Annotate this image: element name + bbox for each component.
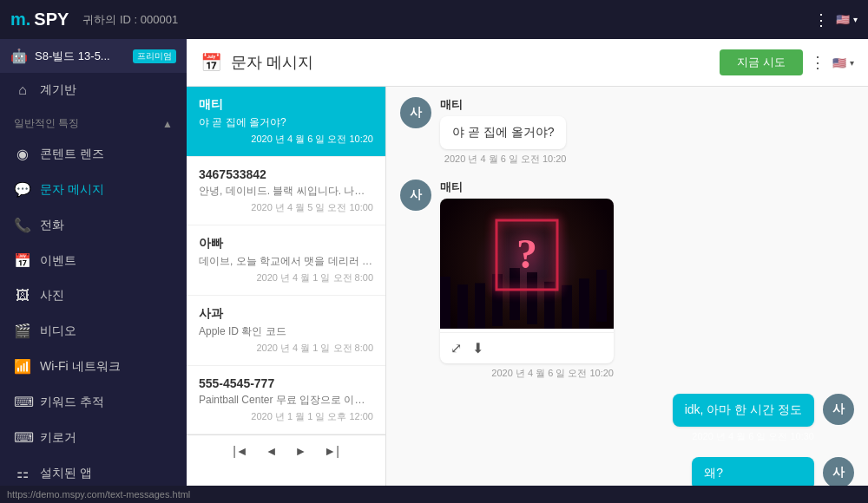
- message-bubble: 왜? 2020 년 4 월 6 일 오전 10:31: [692, 457, 814, 486]
- conv-preview: 야 곧 집에 올거야?: [199, 115, 373, 130]
- home-icon: ⌂: [14, 82, 31, 98]
- photo-icon: 🖼: [14, 288, 31, 304]
- message-bubble: 매티 야 곧 집에 올거야? 2020 년 4 월 6 일 오전 10:20: [440, 97, 566, 166]
- last-page-button[interactable]: ►|: [319, 442, 345, 460]
- sidebar-item-phone[interactable]: 📞 전화: [0, 207, 187, 243]
- prev-page-button[interactable]: ◄: [260, 442, 283, 460]
- conversation-pagination: |◄ ◄ ► ►|: [187, 434, 385, 467]
- sidebar-item-wifi[interactable]: 📶 Wi-Fi 네트워크: [0, 349, 187, 384]
- android-icon: 🤖: [10, 48, 28, 64]
- message-content: idk, 아마 한 시간 정도: [673, 394, 814, 427]
- status-bar: https://demo.mspy.com/text-messages.html: [0, 486, 868, 503]
- sidebar-item-label: 설치된 앱: [40, 466, 92, 481]
- more-options-icon[interactable]: ⋮: [810, 53, 825, 72]
- wifi-icon: 📶: [14, 358, 31, 375]
- device-name: S8-빌드 13-5...: [35, 49, 110, 64]
- message-row: 사 왜? 2020 년 4 월 6 일 오전 10:31: [400, 457, 854, 486]
- conversation-item[interactable]: 555-4545-777 Paintball Center 무료 입장으로 이번…: [187, 366, 385, 434]
- message-time: 2020 년 4 월 6 일 오전 10:20: [440, 367, 614, 380]
- sidebar-item-label: 콘텐트 렌즈: [40, 147, 104, 162]
- message-text: idk, 아마 한 시간 정도: [685, 402, 802, 418]
- sidebar-item-apps[interactable]: ⚏ 설치된 앱: [0, 455, 187, 486]
- conversation-item[interactable]: 매티 야 곧 집에 올거야? 2020 년 4 월 6 일 오전 10:20: [187, 87, 385, 157]
- conv-time: 2020 년 4 월 5 일 오전 10:00: [199, 201, 373, 214]
- collapse-icon[interactable]: ▲: [162, 118, 173, 130]
- message-bubble: 매티 ⤢ ⬇: [440, 180, 614, 380]
- conv-time: 2020 년 4 월 1 일 오전 8:00: [199, 271, 373, 284]
- expand-icon: ⤢: [450, 341, 462, 356]
- sidebar-item-label: 이벤트: [40, 253, 76, 269]
- sidebar-item-keylogger[interactable]: ⌨ 키로거: [0, 420, 187, 455]
- apps-icon: ⚏: [14, 465, 31, 481]
- try-now-button[interactable]: 지금 시도: [720, 49, 803, 75]
- avatar: 사: [823, 457, 854, 486]
- sidebar-item-video[interactable]: 🎬 비디오: [0, 313, 187, 349]
- chat-area: 사 매티 야 곧 집에 올거야? 2020 년 4 월 6 일 오전 10:20: [386, 87, 868, 486]
- keyword-icon: ⌨: [14, 394, 31, 410]
- conversation-item[interactable]: 사과 Apple ID 확인 코드 2020 년 4 월 1 일 오전 8:00: [187, 296, 385, 366]
- expand-image-button[interactable]: ⤢: [450, 340, 462, 356]
- sidebar-item-label: 키워드 추적: [40, 395, 104, 410]
- conv-time: 2020 년 1 월 1 일 오후 12:00: [199, 410, 373, 423]
- chat-messages: 사 매티 야 곧 집에 올거야? 2020 년 4 월 6 일 오전 10:20: [386, 87, 868, 486]
- main-layout: 🤖 S8-빌드 13-5... 프리미엄 ⌂ 계기반 일반적인 특징 ▲ ◉ 콘…: [0, 39, 868, 486]
- sidebar-item-label: 키로거: [40, 430, 76, 446]
- logo-spy: SPY: [34, 10, 69, 29]
- next-page-button[interactable]: ►: [290, 442, 312, 460]
- conv-preview: Apple ID 확인 코드: [199, 324, 373, 339]
- content-area: 📅 문자 메시지 지금 시도 ⋮ 🇺🇸 ▾ 매티 야 곧 집에 올거야? 202…: [187, 39, 868, 486]
- avatar: 사: [823, 394, 854, 425]
- logo-m: m.: [10, 10, 30, 29]
- sender-name: 매티: [440, 180, 614, 195]
- sidebar-item-label: 전화: [40, 218, 64, 233]
- sidebar-item-label: 비디오: [40, 323, 76, 339]
- download-icon: ⬇: [472, 341, 483, 356]
- sidebar-item-dashboard[interactable]: ⌂ 계기반: [0, 73, 187, 108]
- logo: m. SPY: [10, 10, 69, 29]
- content-header: 📅 문자 메시지 지금 시도 ⋮ 🇺🇸 ▾: [187, 39, 868, 87]
- message-image-container: ⤢ ⬇: [440, 199, 614, 363]
- flag-icon: 🇺🇸: [836, 13, 850, 26]
- conversation-item[interactable]: 아빠 데이브, 오늘 학교에서 맷을 데리러 갈 ... 2020 년 4 월 …: [187, 225, 385, 296]
- conversation-item[interactable]: 3467533842 안녕, 데이비드. 블랙 씨입니다. 나는 그... 20…: [187, 157, 385, 225]
- first-page-button[interactable]: |◄: [227, 442, 253, 460]
- conv-name: 사과: [199, 306, 373, 322]
- content-calendar-icon: 📅: [201, 52, 222, 73]
- keylogger-icon: ⌨: [14, 429, 31, 446]
- conv-name: 매티: [199, 97, 373, 113]
- conv-time: 2020 년 4 월 6 일 오전 10:20: [199, 133, 373, 146]
- download-image-button[interactable]: ⬇: [472, 340, 483, 356]
- language-selector[interactable]: 🇺🇸 ▾: [836, 13, 858, 26]
- sidebar-item-label: 계기반: [40, 82, 76, 98]
- conv-preview: 안녕, 데이비드. 블랙 씨입니다. 나는 그...: [199, 184, 373, 199]
- header: m. SPY 귀하의 ID : 000001 ⋮ 🇺🇸 ▾: [0, 0, 868, 39]
- image-actions: ⤢ ⬇: [440, 332, 614, 363]
- conv-time: 2020 년 4 월 1 일 오전 8:00: [199, 342, 373, 355]
- conversation-list: 매티 야 곧 집에 올거야? 2020 년 4 월 6 일 오전 10:20 3…: [187, 87, 386, 486]
- message-content: 왜?: [692, 457, 814, 486]
- message-text: 야 곧 집에 올거야?: [452, 125, 554, 140]
- language-selector-content[interactable]: 🇺🇸 ▾: [832, 56, 854, 69]
- page-title: 문자 메시지: [231, 52, 313, 73]
- sidebar-item-label: 사진: [40, 288, 64, 304]
- sidebar-item-messages[interactable]: 💬 문자 메시지: [0, 172, 187, 207]
- message-bubble: idk, 아마 한 시간 정도 2020 년 4 월 6 일 오전 10:30: [673, 394, 814, 443]
- sidebar-item-label: 문자 메시지: [40, 182, 104, 198]
- avatar: 사: [400, 97, 431, 128]
- sidebar-item-keyword[interactable]: ⌨ 키워드 추적: [0, 384, 187, 420]
- video-icon: 🎬: [14, 323, 31, 339]
- message-row: 사 매티 ⤢ ⬇: [400, 180, 854, 380]
- phone-icon: 📞: [14, 217, 31, 233]
- messages-area: 매티 야 곧 집에 올거야? 2020 년 4 월 6 일 오전 10:20 3…: [187, 87, 868, 486]
- conv-preview: 데이브, 오늘 학교에서 맷을 데리러 갈 ...: [199, 254, 373, 269]
- flag-icon-content: 🇺🇸: [832, 56, 846, 69]
- message-time: 2020 년 4 월 6 일 오전 10:30: [673, 430, 814, 443]
- sidebar-item-content-lens[interactable]: ◉ 콘텐트 렌즈: [0, 136, 187, 172]
- device-item[interactable]: 🤖 S8-빌드 13-5... 프리미엄: [0, 39, 187, 73]
- message-row: 사 매티 야 곧 집에 올거야? 2020 년 4 월 6 일 오전 10:20: [400, 97, 854, 166]
- sidebar-item-events[interactable]: 📅 이벤트: [0, 243, 187, 278]
- sidebar-item-photos[interactable]: 🖼 사진: [0, 278, 187, 313]
- more-icon[interactable]: ⋮: [813, 10, 829, 29]
- sidebar: 🤖 S8-빌드 13-5... 프리미엄 ⌂ 계기반 일반적인 특징 ▲ ◉ 콘…: [0, 39, 187, 486]
- message-time: 2020 년 4 월 6 일 오전 10:20: [440, 153, 566, 166]
